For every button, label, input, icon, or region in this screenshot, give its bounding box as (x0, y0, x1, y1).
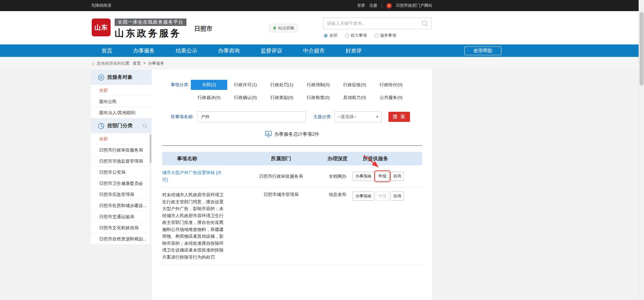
nav-item-services[interactable]: 办事服务 (123, 44, 165, 57)
topbar: 无障碍阅读 登录 注册 | ★ 日照市政府门户网站 (0, 0, 644, 11)
name-filter-input[interactable] (197, 111, 306, 122)
guide-button[interactable]: 办事指南 (353, 172, 374, 181)
item-depth: 信息发布 (322, 192, 353, 261)
table-row: 城市大型户外广告设置审核 [许可] 日照市行政审批服务局 全程网办 办事指南 申… (162, 165, 422, 188)
department-item[interactable]: 日照市应急管理局 (91, 189, 152, 200)
breadcrumb: ⌂ 您当前所在的位置: 首页 > 办事服务 (0, 57, 644, 70)
topic-select[interactable]: --请选择-- ▼ (334, 111, 382, 122)
department-header: 按部门分类 (91, 118, 152, 133)
sidebar-item-citizen[interactable]: 面向公民 (91, 96, 152, 107)
nav-item-consult[interactable]: 办事咨询 (208, 44, 250, 57)
category-tab[interactable]: 行政给付(0) (373, 80, 409, 90)
category-tab[interactable]: 行政奖励(0) (264, 93, 300, 103)
search-box (323, 18, 432, 29)
search-icon[interactable] (421, 20, 429, 27)
main-panel: 事项分类: 全部(2) 行政许可(1) 行政处罚(1) 行政强制(0) 行政征收… (152, 70, 432, 300)
department-search-icon[interactable] (142, 123, 148, 129)
name-filter-label: 按事项名称: (162, 111, 194, 122)
site-switch-button[interactable]: 站点切换 (269, 24, 298, 32)
department-item[interactable]: 日照市住房和城乡建设... (91, 200, 152, 211)
category-tab[interactable]: 行政检查(0) (300, 93, 336, 103)
city-name: 日照市 (194, 25, 212, 33)
guide-button[interactable]: 办事指南 (353, 192, 374, 201)
category-tab[interactable]: 行政确认(0) (227, 93, 264, 103)
category-filter: 全部(2) 行政许可(1) 行政处罚(1) 行政强制(0) 行政征收(0) 行政… (191, 80, 413, 105)
topic-filter-label: 主题分类: (313, 114, 332, 120)
total-count-text: 办事服务总计事项2件 (274, 131, 320, 137)
platform-badge: 全国一体化在线政务服务平台 (115, 19, 186, 26)
sidebar-item-all[interactable]: 全部 (91, 85, 152, 96)
accessibility-link[interactable]: 无障碍阅读 (91, 3, 111, 8)
scope-all-label: 全部 (329, 33, 338, 38)
department-item[interactable]: 日照市卫生健康委员会 (91, 178, 152, 189)
scope-power-items[interactable]: 权力事项 (345, 33, 367, 38)
nav-item-intermediary[interactable]: 中介超市 (293, 44, 335, 57)
window-scrollbar-thumb[interactable] (640, 12, 644, 86)
department-item[interactable]: 日照市交通运输局 (91, 211, 152, 222)
location-pin-icon (273, 26, 276, 31)
login-link[interactable]: 登录 (357, 3, 365, 8)
scope-service-items[interactable]: 服务事项 (374, 33, 396, 38)
service-object-title: 按服务对象 (107, 74, 133, 80)
apply-button[interactable]: 申报 (376, 172, 389, 181)
department-item[interactable]: 日照市公安局 (91, 167, 152, 178)
consult-button[interactable]: 咨询 (390, 192, 404, 201)
window-scrollbar[interactable] (639, 0, 644, 300)
category-tab[interactable]: 公共服务(0) (373, 93, 409, 103)
breadcrumb-separator: > (143, 61, 146, 66)
nav-item-review[interactable]: 好差评 (335, 44, 372, 57)
col-depth: 办理深度 (322, 156, 353, 162)
table-row: 对未经城市人民政府市容环境卫生行政主管部门同意，擅自设置大型户外广告，影响市容的… (162, 188, 422, 265)
register-link[interactable]: 注册 (369, 3, 377, 8)
main-nav: 首页 办事服务 结果公示 办事咨询 监督评议 中介超市 好差评 使用帮助 (0, 44, 644, 57)
shandong-seal-logo: 山东 (92, 19, 111, 36)
department-scrollbar-thumb[interactable] (150, 134, 151, 163)
site-logo[interactable]: 山东 全国一体化在线政务服务平台 山东政务服务 (92, 19, 186, 40)
category-tab[interactable]: 行政裁决(0) (191, 93, 227, 103)
home-icon: ⌂ (92, 61, 94, 66)
department-scrollbar[interactable] (149, 133, 152, 244)
department-item[interactable]: 日照市行政审批服务局 (91, 144, 152, 156)
category-tab[interactable]: 其他权力(0) (336, 93, 373, 103)
item-name-text: 对未经城市人民政府市容环境卫生行政主管部门同意，擅自设置大型户外广告，影响市容的… (162, 192, 224, 260)
national-emblem-icon: ★ (386, 3, 392, 8)
category-tab[interactable]: 行政处罚(1) (264, 80, 300, 90)
nav-item-results[interactable]: 结果公示 (165, 44, 208, 57)
radio-icon (345, 34, 349, 38)
site-switch-label: 站点切换 (278, 25, 294, 31)
service-object-list: 全部 面向公民 面向法人/其他组织 (91, 85, 152, 118)
sidebar: 按服务对象 全部 面向公民 面向法人/其他组织 按部门分类 (91, 70, 152, 244)
table-header: 事项名称 所属部门 办理深度 所提供服务 (162, 152, 422, 165)
category-tab[interactable]: 全部(2) (191, 80, 227, 90)
scope-all[interactable]: 全部 (324, 33, 338, 38)
col-services: 所提供服务 (353, 156, 422, 162)
scope-service-label: 服务事项 (380, 33, 396, 38)
portal-link[interactable]: 日照市政府门户网站 (396, 3, 432, 8)
service-object-icon (98, 74, 105, 81)
category-tab[interactable]: 行政许可(1) (227, 80, 264, 90)
category-tab[interactable]: 行政强制(0) (300, 80, 336, 90)
department-item[interactable]: 日照市市场监督管理局 (91, 156, 152, 167)
nav-item-home[interactable]: 首页 (91, 44, 123, 57)
search-input[interactable] (323, 21, 421, 26)
consult-button[interactable]: 咨询 (390, 172, 404, 181)
department-item[interactable]: 全部 (91, 133, 152, 144)
breadcrumb-prefix: 您当前所在的位置: (97, 61, 130, 66)
sidebar-item-legal-org[interactable]: 面向法人/其他组织 (91, 107, 152, 118)
search-submit-button[interactable]: 搜 索 (388, 112, 410, 122)
breadcrumb-current: 办事服务 (148, 61, 164, 66)
header: 山东 全国一体化在线政务服务平台 山东政务服务 日照市 站点切换 (0, 11, 644, 44)
nav-item-supervision[interactable]: 监督评议 (250, 44, 293, 57)
department-icon (98, 123, 105, 129)
department-item[interactable]: 日照市文化和旅游局 (91, 222, 152, 233)
category-tab[interactable]: 行政征收(0) (336, 80, 373, 90)
topic-select-value: --请选择-- (338, 114, 356, 120)
help-button[interactable]: 使用帮助 (464, 46, 501, 55)
breadcrumb-home-link[interactable]: 首页 (133, 61, 141, 66)
item-name-link[interactable]: 城市大型户外广告设置审核 [许可] (162, 170, 222, 182)
item-department: 日照市行政审批服务局 (240, 173, 322, 179)
chart-icon (265, 131, 272, 137)
brand-title: 山东政务服务 (115, 27, 186, 40)
department-item[interactable]: 日照市自然资源和规划... (91, 233, 152, 244)
department-list: 全部 日照市行政审批服务局 日照市市场监督管理局 日照市公安局 日照市卫生健康委… (91, 133, 152, 244)
